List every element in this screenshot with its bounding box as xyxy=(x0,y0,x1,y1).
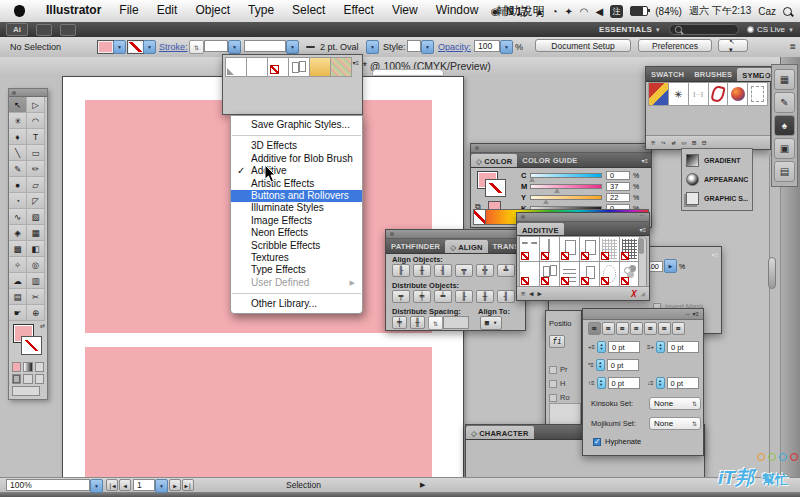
rotate-tool[interactable]: ◔ xyxy=(9,193,27,209)
collapsed-panel-button[interactable]: APPEARANCE xyxy=(682,170,752,189)
pen-tool[interactable]: ♦ xyxy=(9,129,27,145)
menu-item[interactable]: Artistic Effects xyxy=(231,178,362,190)
menu-item[interactable]: Other Library... xyxy=(231,298,362,310)
left-indent-stepper[interactable] xyxy=(597,341,606,353)
workspace-switcher[interactable]: ESSENTIALS ▼ xyxy=(599,25,661,34)
symbols-dock-icon[interactable]: ♠ xyxy=(774,115,795,136)
transparency-panel-menu-icon[interactable] xyxy=(711,251,718,258)
menu-item[interactable]: 3D Effects xyxy=(231,140,362,152)
right-indent-field[interactable]: 0 pt xyxy=(667,341,699,353)
menu-item[interactable]: Scribble Effects xyxy=(231,240,362,252)
symbols-panel-menu-icon[interactable] xyxy=(760,71,767,78)
symbol-options-icon[interactable]: ▭ xyxy=(682,139,686,147)
menu-item[interactable]: Type Effects xyxy=(231,264,362,276)
next-artboard-button[interactable]: ▶ xyxy=(169,479,181,491)
width-profile-dropdown[interactable] xyxy=(286,40,299,54)
magic-wand-tool[interactable]: ✳ xyxy=(9,113,27,129)
delete-symbol-icon[interactable]: ⊟ xyxy=(702,139,706,147)
graphic-style-thumbnail[interactable] xyxy=(600,237,619,261)
align-panel-tab[interactable]: ◇ ALIGN xyxy=(445,240,487,253)
color-panel-tab[interactable]: ◇ COLOR xyxy=(471,154,517,167)
align-panel-tab[interactable]: PATHFINDER xyxy=(386,239,445,253)
space-after-field[interactable]: 0 pt xyxy=(667,377,699,389)
shape-builder-tool[interactable]: ◈ xyxy=(9,225,27,241)
stroke-swatch[interactable] xyxy=(127,40,144,54)
character-panel-tab[interactable]: ◇ CHARACTER xyxy=(466,426,534,439)
blob-brush-tool[interactable]: ● xyxy=(9,177,27,193)
kinsoku-select[interactable]: None xyxy=(649,397,701,410)
menubar-clock[interactable]: 週六 下午2:13 xyxy=(689,4,751,18)
menubar-item[interactable]: View xyxy=(383,3,427,20)
graphic-style-swatch[interactable] xyxy=(268,58,288,76)
delete-style-icon[interactable]: X xyxy=(631,289,636,299)
menu-item[interactable]: Neon Effects xyxy=(231,227,362,239)
paragraph-align-button[interactable]: ≡ xyxy=(630,322,643,335)
rectangle-tool[interactable]: ▭ xyxy=(27,145,45,161)
align-object-button[interactable]: ╟ xyxy=(392,264,410,277)
graphic-style-thumbnail[interactable] xyxy=(580,262,599,286)
scale-tool[interactable]: ◸ xyxy=(27,193,45,209)
align-to-dropdown[interactable]: ▦ ▾ xyxy=(480,316,502,330)
resize-corner-icon[interactable]: ◢ xyxy=(641,290,645,298)
style-field[interactable] xyxy=(407,40,421,52)
color-panel-menu-icon[interactable] xyxy=(641,157,648,164)
graphic-style-thumbnail[interactable] xyxy=(520,237,539,261)
hand-tool[interactable]: ☛ xyxy=(9,305,27,321)
opentype-checkbox-2[interactable]: H xyxy=(549,379,565,388)
menu-item[interactable]: Save Graphic Styles... xyxy=(231,119,362,131)
menu-item[interactable]: Image Effects xyxy=(231,215,362,227)
appbar-search-input[interactable] xyxy=(669,24,739,35)
paintbrush-tool[interactable]: ✎ xyxy=(9,161,27,177)
symbol-frame[interactable] xyxy=(748,83,767,105)
paragraph-align-button[interactable]: ≡ xyxy=(588,322,601,335)
menu-item[interactable]: Textures xyxy=(231,252,362,264)
additive-panel-menu-icon[interactable] xyxy=(639,226,646,233)
graphic-style-thumbnail[interactable] xyxy=(580,237,599,261)
menu-item[interactable]: Additive for Blob Brush xyxy=(231,153,362,165)
fill-swatch[interactable] xyxy=(97,40,114,54)
stroke-weight-link[interactable]: Stroke: xyxy=(159,42,188,52)
distribute-object-button[interactable]: ╢ xyxy=(497,290,515,303)
volume-icon[interactable]: ◀ xyxy=(596,6,604,17)
stroke-weight-dropdown[interactable] xyxy=(228,40,241,54)
channel-slider[interactable] xyxy=(530,195,602,200)
zoom-dropdown[interactable] xyxy=(90,479,103,493)
none-mode-button[interactable] xyxy=(35,362,44,372)
symbol-spider[interactable] xyxy=(669,83,688,105)
channel-value-field[interactable]: 22 xyxy=(606,193,630,202)
cs-live-button[interactable]: CS Live ▼ xyxy=(747,25,794,34)
apple-menu-icon[interactable] xyxy=(14,5,25,17)
document-setup-button[interactable]: Document Setup xyxy=(535,39,631,52)
time-machine-icon[interactable]: ◔ xyxy=(551,6,557,17)
arrange-documents-icon[interactable] xyxy=(60,24,76,36)
align-object-button[interactable]: ╩ xyxy=(497,264,515,277)
channel-slider[interactable] xyxy=(530,173,602,178)
line-segment-tool[interactable]: ╲ xyxy=(9,145,27,161)
symbols-panel-tab[interactable]: BRUSHES xyxy=(689,67,737,81)
graphic-style-thumbnail[interactable] xyxy=(600,262,619,286)
channel-value-field[interactable]: 0 xyxy=(606,171,630,180)
collapsed-panel-button[interactable]: GRAPHIC S... xyxy=(682,189,752,208)
paragraph-align-button[interactable]: ≡ xyxy=(644,322,657,335)
graphic-styles-menu-icon[interactable]: ▾≡ xyxy=(352,59,359,66)
blend-tool[interactable]: ◎ xyxy=(27,257,45,273)
symbols-panel-tab[interactable]: SWATCH xyxy=(646,67,689,81)
swatches-dock-icon[interactable]: ▦ xyxy=(774,69,795,90)
graphic-style-swatch[interactable] xyxy=(247,58,267,76)
style-dropdown[interactable] xyxy=(421,40,434,54)
gradient-mode-button[interactable] xyxy=(23,362,32,372)
free-transform-tool[interactable]: ▧ xyxy=(27,209,45,225)
align-object-button[interactable]: ╦ xyxy=(455,264,473,277)
first-artboard-button[interactable]: |◀ xyxy=(106,479,118,491)
hyphenate-checkbox[interactable]: Hyphenate xyxy=(593,437,641,446)
mojikumi-select[interactable]: None xyxy=(649,417,701,430)
control-panel-menu-icon[interactable]: ≣ xyxy=(789,42,796,51)
distribute-object-button[interactable]: ╤ xyxy=(392,290,410,303)
tool-presets-button[interactable]: ↖ ▾ xyxy=(718,39,748,52)
align-object-button[interactable]: ╬ xyxy=(476,264,494,277)
right-indent-stepper[interactable] xyxy=(656,341,665,353)
type-tool[interactable]: T xyxy=(27,129,45,145)
artboard-number-field[interactable]: 1 xyxy=(133,479,155,491)
menu-item[interactable]: User Defined xyxy=(231,277,362,289)
tools-panel-titlebar[interactable] xyxy=(9,89,47,97)
